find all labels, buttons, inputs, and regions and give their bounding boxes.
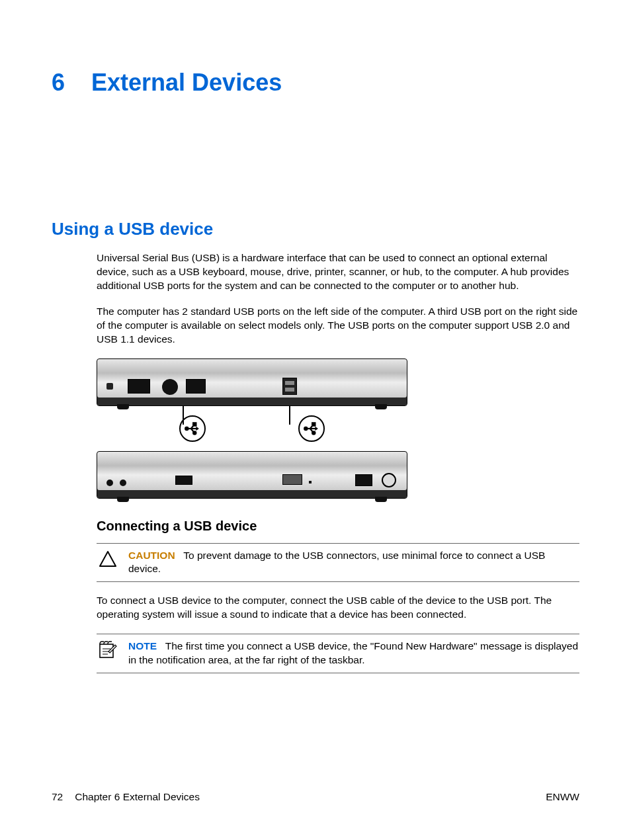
- paragraph-connect-usb: To connect a USB device to the computer,…: [97, 594, 579, 622]
- chapter-title: External Devices: [91, 69, 282, 97]
- usb-icon: [179, 415, 206, 442]
- subsection-title: Connecting a USB device: [97, 519, 579, 534]
- caution-icon: [99, 550, 117, 570]
- note-label: NOTE: [128, 640, 157, 651]
- svg-point-2: [193, 431, 196, 434]
- note-callout: NOTE The first time you connect a USB de…: [97, 634, 579, 673]
- footer-lang: ENWW: [546, 791, 579, 803]
- chapter-number: 6: [52, 69, 65, 97]
- section-title: Using a USB device: [52, 219, 579, 239]
- laptop-side-view-bottom: [97, 451, 407, 499]
- caution-label: CAUTION: [128, 550, 175, 561]
- usb-ports-diagram: [97, 358, 579, 499]
- svg-point-5: [312, 431, 315, 434]
- page-number: 72: [52, 791, 63, 803]
- footer-chapter-ref: Chapter 6 External Devices: [75, 791, 200, 803]
- note-text: The first time you connect a USB device,…: [128, 640, 578, 665]
- laptop-side-view-top: [97, 358, 407, 406]
- paragraph-usb-intro: Universal Serial Bus (USB) is a hardware…: [97, 251, 579, 293]
- chapter-heading: 6 External Devices: [52, 69, 579, 97]
- caution-callout: CAUTION To prevent damage to the USB con…: [97, 543, 579, 583]
- note-icon: [98, 641, 118, 662]
- usb-icon: [298, 415, 325, 442]
- svg-rect-4: [312, 423, 315, 425]
- paragraph-usb-ports: The computer has 2 standard USB ports on…: [97, 305, 579, 347]
- caution-text: To prevent damage to the USB connectors,…: [128, 550, 545, 575]
- page-footer: 72 Chapter 6 External Devices ENWW: [52, 791, 579, 803]
- svg-rect-1: [193, 423, 196, 425]
